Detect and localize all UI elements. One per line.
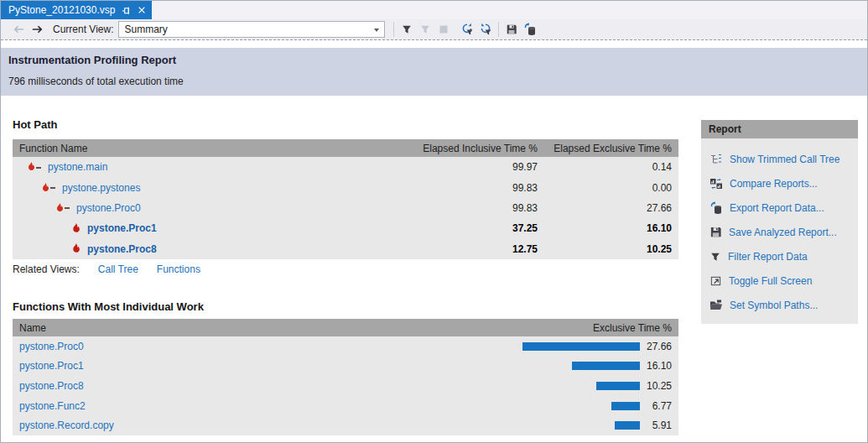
folder-icon <box>709 299 723 312</box>
execution-time-summary: 796 milliseconds of total execution time <box>8 76 867 87</box>
table-row: pystone.Proc1 16.10 <box>13 357 678 377</box>
flame-dash-icon <box>27 162 41 172</box>
current-view-dropdown[interactable]: Summary <box>118 21 385 38</box>
toolbar-separator <box>393 22 394 37</box>
inclusive-value: 99.83 <box>402 202 544 214</box>
report-item-export-report-data[interactable]: Export Report Data... <box>701 195 858 220</box>
function-link[interactable]: pystone.Func2 <box>13 400 388 412</box>
refresh-filter2-icon <box>479 23 492 36</box>
report-panel-body: Show Trimmed Call Tree Compare Reports..… <box>701 138 858 324</box>
save-icon <box>709 226 722 238</box>
functions-work-table-body: pystone.Proc0 27.66 pystone.Proc1 16.10 … <box>13 336 678 435</box>
report-item-toggle-full-screen[interactable]: Toggle Full Screen <box>701 268 858 293</box>
table-row: pystone.Record.copy 5.91 <box>13 415 678 435</box>
function-link[interactable]: pystone.Proc8 <box>87 243 157 255</box>
hot-path-table-header: Function Name Elapsed Inclusive Time % E… <box>13 139 678 157</box>
back-arrow-icon <box>13 24 25 34</box>
document-tab[interactable]: PyStone_20121030.vsp <box>1 1 152 19</box>
exclusive-time-bar <box>611 402 640 410</box>
column-function-name: Function Name <box>13 143 402 154</box>
filter-button[interactable] <box>398 20 416 39</box>
filter-icon <box>709 251 721 263</box>
table-row: pystone.Func2 6.77 <box>13 396 678 416</box>
chevron-down-icon <box>374 29 379 32</box>
function-link[interactable]: pystone.Proc0 <box>13 341 388 352</box>
stop-button[interactable] <box>434 20 453 39</box>
flame-icon <box>71 243 81 254</box>
exclusive-value: 0.14 <box>544 161 678 173</box>
related-views: Related Views: Call Tree Functions <box>13 263 200 275</box>
exclusive-time-bar <box>596 382 640 390</box>
fullscreen-icon <box>709 274 722 287</box>
export-data-button[interactable] <box>521 20 539 39</box>
tab-title: PyStone_20121030.vsp <box>8 4 115 16</box>
flame-icon <box>71 223 81 234</box>
exclusive-value: 16.10 <box>544 222 678 234</box>
table-row: pystone.Proc0 27.66 <box>13 336 678 357</box>
profiler-window: PyStone_20121030.vsp Current View: Summa… <box>0 0 868 443</box>
table-row: pystone.pystones 99.83 0.00 <box>13 177 678 197</box>
exclusive-value: 5.91 <box>640 420 678 431</box>
hot-path-table-body: pystone.main 99.97 0.14 pystone.pystones… <box>13 157 678 259</box>
function-link[interactable]: pystone.Proc1 <box>13 360 388 372</box>
exclusive-time-bar <box>572 362 640 370</box>
exclusive-value: 6.77 <box>640 400 678 412</box>
document-tab-strip: PyStone_20121030.vsp <box>1 1 867 19</box>
column-inclusive-time: Elapsed Inclusive Time % <box>402 143 544 154</box>
filter-disabled-icon <box>419 23 431 35</box>
stop-icon <box>439 24 449 34</box>
close-icon[interactable] <box>138 6 146 14</box>
related-views-label: Related Views: <box>13 263 80 275</box>
filter-disabled-button[interactable] <box>416 20 434 39</box>
inclusive-value: 12.75 <box>402 243 544 255</box>
column-exclusive-time: Exclusive Time % <box>494 322 678 334</box>
column-name: Name <box>13 322 494 334</box>
inclusive-value: 99.97 <box>402 161 544 173</box>
toolbar-separator <box>498 22 499 37</box>
function-link[interactable]: pystone.Proc1 <box>87 222 157 234</box>
exclusive-value: 10.25 <box>544 243 678 255</box>
exclusive-value: 27.66 <box>640 341 678 352</box>
function-link[interactable]: pystone.main <box>48 161 107 173</box>
report-panel-title: Report <box>701 120 858 138</box>
exclusive-time-bar <box>615 421 640 430</box>
forward-button[interactable] <box>28 20 46 39</box>
report-title: Instrumentation Profiling Report <box>8 54 867 66</box>
function-link[interactable]: pystone.Record.copy <box>13 420 388 431</box>
table-row: pystone.Proc1 37.25 16.10 <box>13 218 678 238</box>
column-exclusive-time: Elapsed Exclusive Time % <box>544 143 678 154</box>
forward-arrow-icon <box>31 24 44 34</box>
profiler-toolbar: Current View: Summary <box>1 19 867 40</box>
table-row: pystone.Proc8 12.75 10.25 <box>13 239 678 259</box>
inclusive-value: 99.83 <box>402 182 544 194</box>
save-report-button[interactable] <box>502 20 521 39</box>
table-row: pystone.Proc8 10.25 <box>13 376 678 396</box>
function-link[interactable]: pystone.Proc0 <box>76 202 141 214</box>
function-link[interactable]: pystone.pystones <box>62 182 140 194</box>
refresh-filter-icon <box>460 23 474 36</box>
related-link-functions[interactable]: Functions <box>157 263 200 275</box>
exclusive-value: 10.25 <box>640 380 678 392</box>
report-header-band: Instrumentation Profiling Report 796 mil… <box>1 48 867 96</box>
report-item-show-trimmed-call-tree[interactable]: Show Trimmed Call Tree <box>701 147 858 171</box>
back-button[interactable] <box>9 20 28 39</box>
report-item-save-analyzed-report[interactable]: Save Analyzed Report... <box>701 220 858 244</box>
related-link-call-tree[interactable]: Call Tree <box>98 263 138 275</box>
report-item-filter-report-data[interactable]: Filter Report Data <box>701 244 858 268</box>
function-link[interactable]: pystone.Proc8 <box>13 380 388 392</box>
report-item-set-symbol-paths[interactable]: Set Symbol Paths... <box>701 293 858 317</box>
functions-work-table: Name Exclusive Time % pystone.Proc0 27.6… <box>13 319 678 435</box>
export-database-icon <box>523 23 537 36</box>
pin-icon[interactable] <box>122 6 131 15</box>
reapply-filter-button[interactable] <box>458 20 476 39</box>
trimmed-call-tree-icon <box>709 153 723 166</box>
exclusive-value: 27.66 <box>544 202 678 214</box>
inclusive-value: 37.25 <box>402 222 544 234</box>
exclusive-time-bar <box>522 342 640 351</box>
functions-work-table-header: Name Exclusive Time % <box>13 319 678 336</box>
filter-icon <box>401 23 413 35</box>
report-item-compare-reports[interactable]: Compare Reports... <box>701 171 858 195</box>
save-icon <box>506 23 517 35</box>
compare-reports-icon <box>709 177 723 190</box>
refresh-filter2-button[interactable] <box>476 20 495 39</box>
